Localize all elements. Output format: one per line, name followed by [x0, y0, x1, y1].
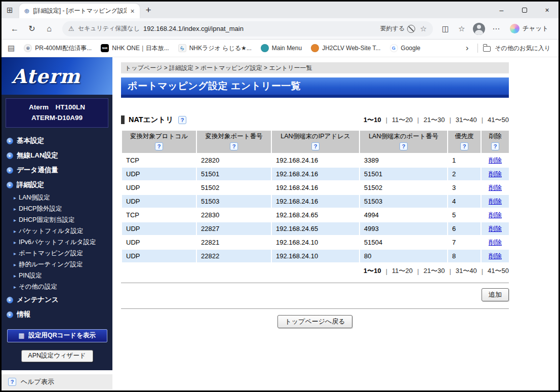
sidebar-item[interactable]: ▸ データ通信量: [7, 163, 112, 178]
sidebar-subitem[interactable]: ▸ その他の設定: [7, 282, 112, 293]
delete-link[interactable]: 削除: [489, 198, 502, 205]
pagination-link[interactable]: 11〜20: [392, 115, 413, 125]
split-screen-icon[interactable]: ◫: [438, 21, 453, 36]
sidebar-item[interactable]: ▸ 基本設定: [7, 134, 112, 148]
cell-ip: 192.168.24.65: [272, 209, 359, 221]
pagination-link[interactable]: 41〜50: [488, 266, 509, 276]
bookmarks-overflow-chevron-icon[interactable]: ›: [462, 43, 473, 53]
maximize-icon: [522, 8, 527, 13]
help-icon[interactable]: ?: [230, 142, 238, 150]
other-favorites-button[interactable]: その他のお気に入り: [483, 44, 552, 53]
delete-link[interactable]: 削除: [489, 170, 502, 178]
back-button[interactable]: ←: [7, 21, 23, 37]
new-tab-button[interactable]: +: [146, 5, 151, 16]
add-button[interactable]: 追加: [482, 288, 509, 301]
cell-protocol: UDP: [122, 250, 196, 262]
pagination-link[interactable]: 41〜50: [488, 115, 509, 125]
copilot-icon: [510, 24, 519, 33]
qr-code-button[interactable]: ▦ 設定用QRコードを表示: [7, 329, 107, 342]
help-display-button[interactable]: ? ヘルプ表示: [2, 374, 112, 390]
arrow-icon: ▸: [14, 262, 16, 267]
url-text[interactable]: 192.168.24.1/index.cgi/ipnat_main: [143, 25, 377, 32]
delete-link[interactable]: 削除: [489, 184, 502, 191]
pagination-link[interactable]: 21〜30: [423, 266, 445, 276]
copilot-label: チャット: [523, 24, 548, 33]
browser-tab[interactable]: ⊕ [詳細設定] - [ポートマッピング設定 エ ×: [19, 4, 140, 18]
help-icon[interactable]: ?: [155, 142, 163, 150]
pagination-separator: |: [449, 116, 451, 124]
sidebar-item[interactable]: ▸ 情報: [7, 307, 112, 322]
home-button[interactable]: ⌂: [41, 21, 57, 37]
section-title: NATエントリ: [129, 115, 173, 125]
pagination-link[interactable]: 31〜40: [456, 266, 477, 276]
bookmarks-panel-icon[interactable]: ▤: [8, 44, 15, 53]
sidebar-item[interactable]: ▸ 詳細設定: [7, 178, 112, 192]
help-icon[interactable]: ?: [491, 142, 499, 150]
bookmark-item[interactable]: JH2CLV Web-Site T...: [307, 43, 384, 54]
delete-link[interactable]: 削除: [489, 211, 502, 219]
help-label: ヘルプ表示: [21, 377, 54, 386]
sidebar-subitem[interactable]: ▸ LAN側設定: [7, 192, 112, 204]
help-icon[interactable]: ?: [460, 142, 468, 150]
more-options-icon[interactable]: ⋯: [489, 21, 504, 36]
address-bar[interactable]: ⚠ セキュリティ保護なし 192.168.24.1/index.cgi/ipna…: [62, 21, 433, 36]
sidebar-item[interactable]: ▸ メンテナンス: [7, 293, 112, 307]
bookmark-item[interactable]: ら NHKラジオ らじる★...: [174, 43, 256, 54]
arrow-circle-icon: ▸: [7, 152, 13, 159]
sidebar-subitem-label: パケットフィルタ設定: [19, 227, 83, 236]
sidebar-subitem[interactable]: ▸ パケットフィルタ設定: [7, 226, 112, 237]
help-icon[interactable]: ?: [178, 116, 186, 124]
cell-ip: 192.168.24.10: [272, 236, 359, 249]
security-warning-icon[interactable]: ⚠: [68, 25, 74, 32]
bookmark-item[interactable]: Main Menu: [257, 43, 306, 54]
workspaces-icon[interactable]: ⊞: [7, 6, 13, 15]
sidebar-subitem[interactable]: ▸ ポートマッピング設定: [7, 248, 112, 259]
breadcrumb-separator: >: [262, 64, 269, 71]
delete-link[interactable]: 削除: [489, 252, 502, 260]
pagination-link[interactable]: 21〜30: [423, 115, 445, 125]
help-icon[interactable]: ?: [399, 142, 408, 150]
sidebar-menu: ▸ 基本設定 ▸ 無線LAN設定 ▸ データ通信量 ▸ 詳細設定 ▸ LAN側設…: [2, 128, 112, 322]
pagination-separator: |: [386, 116, 387, 124]
sidebar-item[interactable]: ▸ 無線LAN設定: [7, 148, 112, 163]
pagination-link[interactable]: 31〜40: [456, 115, 477, 125]
sidebar-subitem[interactable]: ▸ IPv6パケットフィルタ設定: [7, 237, 112, 248]
copilot-chat-button[interactable]: チャット: [507, 22, 553, 35]
favorites-icon[interactable]: ☆: [454, 21, 469, 36]
sidebar-subitem[interactable]: ▸ DHCP除外設定: [7, 204, 112, 215]
cell-lan-port: 51504: [360, 236, 447, 249]
maximize-button[interactable]: [513, 2, 536, 18]
tab-close-icon[interactable]: ×: [130, 7, 134, 15]
sidebar-subitem[interactable]: ▸ DHCP固定割当設定: [7, 215, 112, 226]
breadcrumb-item[interactable]: 詳細設定: [169, 64, 193, 71]
sidebar-subitem[interactable]: ▸ 静的ルーティング設定: [7, 259, 112, 270]
bookmark-item[interactable]: G Google: [386, 43, 425, 54]
sidebar-item-label: メンテナンス: [17, 295, 59, 304]
breadcrumb-item[interactable]: ポートマッピング設定: [201, 64, 262, 71]
help-icon[interactable]: ?: [311, 142, 319, 150]
delete-link[interactable]: 削除: [489, 239, 502, 246]
delete-link[interactable]: 削除: [489, 156, 502, 164]
cell-protocol: UDP: [122, 222, 196, 235]
summarize-button[interactable]: 要約する: [380, 24, 416, 33]
bookmark-item[interactable]: NHK NHK ONE｜日本放...: [97, 43, 173, 54]
page-title-banner: ポートマッピング設定 エントリー一覧: [121, 77, 509, 98]
bookmark-item[interactable]: ⊕ PR-400MI配信済事...: [20, 43, 96, 54]
sidebar-subitem[interactable]: ▸ PIN設定: [7, 270, 112, 282]
divider: [121, 308, 509, 309]
add-favorite-star-icon[interactable]: ☆: [420, 24, 426, 33]
cell-lan-port: 51502: [360, 181, 447, 194]
breadcrumb-item[interactable]: トップページ: [125, 64, 162, 71]
delete-link[interactable]: 削除: [489, 225, 502, 232]
back-to-top-button[interactable]: トップページへ戻る: [277, 315, 352, 328]
cell-lan-port: 4993: [360, 222, 447, 235]
close-button[interactable]: ×: [536, 2, 558, 18]
minimize-button[interactable]: –: [490, 2, 513, 18]
cell-delete: 削除: [482, 195, 509, 208]
globe-icon: ⊕: [24, 7, 30, 15]
pagination-link[interactable]: 11〜20: [392, 266, 413, 276]
profile-avatar[interactable]: [473, 23, 485, 35]
cell-port: 22827: [197, 222, 271, 235]
refresh-button[interactable]: ↻: [24, 21, 40, 37]
apn-wizard-button[interactable]: APN設定ウィザード: [21, 350, 93, 362]
